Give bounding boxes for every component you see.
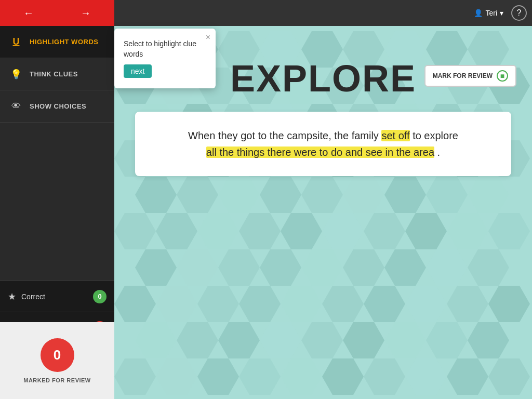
correct-label: Correct — [21, 292, 93, 301]
tooltip-close-button[interactable]: × — [206, 33, 210, 42]
sidebar-item-show-choices[interactable]: 👁 SHOW CHOICES — [0, 90, 114, 123]
bookmark-icon: ■ — [497, 70, 508, 82]
tooltip-popup: × Select to highlight clue words next — [114, 29, 216, 88]
sidebar: U HIGHLIGHT WORDS 💡 THINK CLUES 👁 SHOW C… — [0, 26, 114, 399]
correct-stat-row: ★ Correct 0 — [0, 281, 114, 312]
dropdown-icon: ▾ — [500, 9, 503, 17]
sidebar-item-think-clues[interactable]: 💡 THINK CLUES — [0, 58, 114, 90]
top-bar: 👤 Teri ▾ ? — [114, 0, 532, 26]
bulb-icon: 💡 — [10, 69, 22, 80]
underline-icon: U — [10, 36, 22, 47]
help-button[interactable]: ? — [511, 5, 527, 21]
nav-header: ← → — [0, 0, 114, 26]
sentence-card: When they got to the campsite, the famil… — [135, 112, 511, 176]
sentence-before: When they got to the campsite, the famil… — [188, 130, 379, 141]
forward-button[interactable]: → — [81, 7, 91, 19]
correct-badge: 0 — [93, 290, 107, 303]
eye-icon: 👁 — [10, 101, 22, 112]
sentence-after: . — [437, 147, 441, 158]
next-button[interactable]: next — [124, 64, 152, 78]
sentence-highlight1: set off — [381, 130, 409, 141]
think-clues-label: THINK CLUES — [30, 70, 78, 78]
sidebar-item-highlight-words[interactable]: U HIGHLIGHT WORDS — [0, 26, 114, 58]
marked-label: MARKED FOR REVIEW — [23, 377, 91, 383]
user-icon: 👤 — [474, 9, 483, 17]
highlight-words-label: HIGHLIGHT WORDS — [30, 38, 98, 46]
sentence-middle: to explore — [413, 130, 458, 141]
user-menu-button[interactable]: 👤 Teri ▾ — [474, 9, 503, 17]
star-filled-icon: ★ — [8, 291, 16, 302]
marked-for-review-section: 0 MARKED FOR REVIEW — [0, 322, 114, 399]
sentence-highlight2: all the things there were to do and see … — [206, 147, 434, 158]
marked-count-circle: 0 — [41, 338, 74, 372]
tooltip-text: Select to highlight clue words — [124, 39, 206, 59]
show-choices-label: SHOW CHOICES — [30, 102, 86, 110]
mark-review-button[interactable]: MARK FOR REVIEW ■ — [424, 65, 516, 87]
mark-review-label: MARK FOR REVIEW — [433, 72, 493, 79]
user-name: Teri — [485, 9, 497, 17]
back-button[interactable]: ← — [23, 7, 34, 19]
